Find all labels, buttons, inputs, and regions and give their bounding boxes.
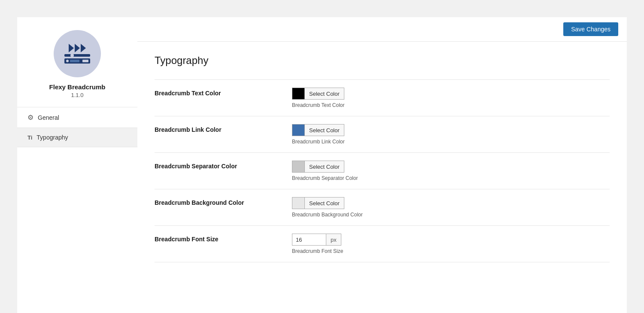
content-area: Typography Breadcrumb Text Color Select …	[137, 42, 627, 275]
sidebar-item-typography[interactable]: Ti Typography	[17, 128, 137, 147]
bg-color-select-button[interactable]: Select Color	[305, 197, 344, 209]
settings-table: Breadcrumb Text Color Select Color Bread…	[155, 79, 610, 262]
plugin-name: Flexy Breadcrumb	[49, 83, 106, 91]
logo-bar-2	[64, 58, 90, 64]
settings-label-cell-separator-color: Breadcrumb Separator Color	[155, 153, 292, 189]
font-size-unit: px	[326, 234, 341, 246]
color-picker-link-color: Select Color	[292, 124, 610, 136]
separator-color-select-button[interactable]: Select Color	[305, 161, 344, 173]
separator-color-swatch[interactable]	[292, 161, 305, 173]
link-color-swatch[interactable]	[292, 124, 305, 136]
settings-control-text-color: Select Color Breadcrumb Text Color	[292, 80, 610, 116]
settings-row-font-size: Breadcrumb Font Size px Breadcrumb Font …	[155, 226, 610, 262]
sidebar: Flexy Breadcrumb 1.1.0 ⚙ General Ti Typo…	[17, 17, 137, 313]
page-title: Typography	[155, 55, 610, 67]
settings-control-link-color: Select Color Breadcrumb Link Color	[292, 116, 610, 153]
logo-chevron-1	[69, 44, 74, 52]
text-color-select-button[interactable]: Select Color	[305, 88, 344, 100]
settings-row-text-color: Breadcrumb Text Color Select Color Bread…	[155, 80, 610, 116]
logo-chevron-2	[75, 44, 80, 52]
sidebar-item-general[interactable]: ⚙ General	[17, 107, 137, 128]
color-picker-bg-color: Select Color	[292, 197, 610, 209]
settings-row-bg-color: Breadcrumb Background Color Select Color…	[155, 189, 610, 226]
settings-label-cell-link-color: Breadcrumb Link Color	[155, 116, 292, 153]
settings-label-cell-font-size: Breadcrumb Font Size	[155, 226, 292, 262]
logo-rect-2	[82, 60, 88, 62]
bg-color-swatch[interactable]	[292, 197, 305, 209]
logo-bar-1	[64, 54, 90, 57]
settings-label-cell-bg-color: Breadcrumb Background Color	[155, 189, 292, 226]
settings-control-bg-color: Select Color Breadcrumb Background Color	[292, 189, 610, 226]
text-color-description: Breadcrumb Text Color	[292, 102, 610, 108]
font-size-wrap: px	[292, 234, 610, 246]
main-content: Save Changes Typography Breadcrumb Text …	[137, 17, 627, 313]
separator-color-label: Breadcrumb Separator Color	[155, 163, 237, 170]
link-color-description: Breadcrumb Link Color	[292, 139, 610, 145]
logo-inner	[60, 41, 94, 67]
gear-icon: ⚙	[27, 113, 33, 122]
settings-label-cell-text-color: Breadcrumb Text Color	[155, 80, 292, 116]
top-bar: Save Changes	[137, 17, 627, 42]
settings-row-separator-color: Breadcrumb Separator Color Select Color …	[155, 153, 610, 189]
plugin-logo	[54, 30, 101, 77]
text-color-label: Breadcrumb Text Color	[155, 90, 221, 97]
app-layout: Flexy Breadcrumb 1.1.0 ⚙ General Ti Typo…	[17, 17, 627, 313]
settings-control-separator-color: Select Color Breadcrumb Separator Color	[292, 153, 610, 189]
sidebar-item-typography-label: Typography	[36, 134, 68, 141]
settings-row-link-color: Breadcrumb Link Color Select Color Bread…	[155, 116, 610, 153]
separator-color-description: Breadcrumb Separator Color	[292, 175, 610, 181]
bg-color-label: Breadcrumb Background Color	[155, 199, 244, 206]
logo-rect-1	[70, 60, 79, 62]
link-color-label: Breadcrumb Link Color	[155, 126, 222, 133]
text-color-swatch[interactable]	[292, 88, 305, 100]
color-picker-separator-color: Select Color	[292, 161, 610, 173]
color-picker-text-color: Select Color	[292, 88, 610, 100]
sidebar-nav: ⚙ General Ti Typography	[17, 107, 137, 147]
font-size-input[interactable]	[292, 234, 326, 246]
logo-chevron-3	[81, 44, 86, 52]
sidebar-item-general-label: General	[38, 114, 59, 121]
typography-icon: Ti	[27, 134, 32, 141]
logo-dot	[66, 60, 69, 62]
link-color-select-button[interactable]: Select Color	[305, 124, 344, 136]
logo-chevrons	[69, 44, 86, 52]
save-changes-button[interactable]: Save Changes	[563, 22, 618, 36]
bg-color-description: Breadcrumb Background Color	[292, 212, 610, 218]
font-size-description: Breadcrumb Font Size	[292, 248, 610, 254]
font-size-label: Breadcrumb Font Size	[155, 236, 219, 243]
settings-control-font-size: px Breadcrumb Font Size	[292, 226, 610, 262]
plugin-version: 1.1.0	[71, 92, 84, 98]
